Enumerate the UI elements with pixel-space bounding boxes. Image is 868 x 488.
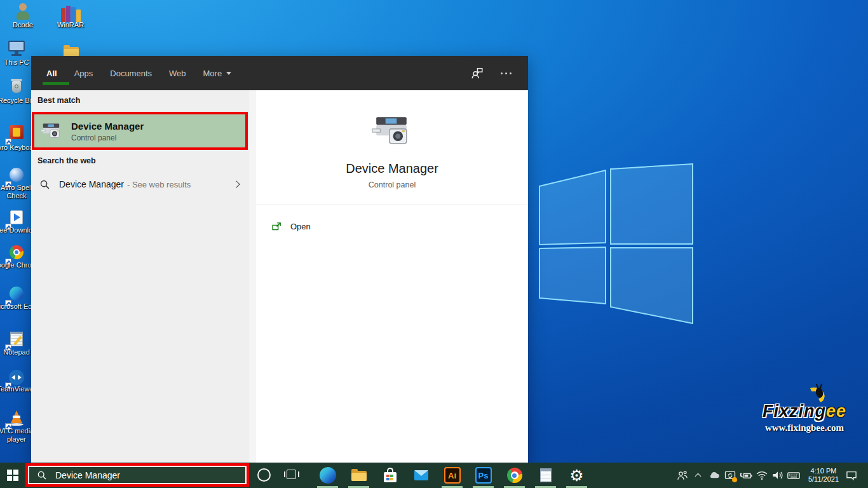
touch-keyboard-icon[interactable] xyxy=(785,463,801,488)
chrome-icon xyxy=(506,467,523,484)
web-result-row[interactable]: Device Manager - See web results xyxy=(31,172,249,197)
taskbar-clock[interactable]: 4:10 PM 5/11/2021 xyxy=(804,467,843,484)
preview-divider xyxy=(256,205,528,205)
clock-time: 4:10 PM xyxy=(804,467,843,476)
edge-icon xyxy=(320,467,336,484)
fixingbee-watermark: Fixzingee www.fixingbee.com xyxy=(749,400,860,433)
start-button[interactable] xyxy=(0,463,25,488)
tab-web-label: Web xyxy=(169,69,186,78)
best-match-title: Device Manager xyxy=(71,120,144,132)
fixingbee-logo: Fixzingee xyxy=(749,400,860,422)
this-pc-icon[interactable] xyxy=(6,38,27,58)
preview-subtitle: Control panel xyxy=(369,180,416,189)
taskbar-app-notepad[interactable] xyxy=(530,463,561,488)
best-match-subtitle: Control panel xyxy=(71,133,144,142)
brand-text-yellow: ee xyxy=(826,402,846,421)
taskbar-app-photoshop[interactable]: Ps xyxy=(468,463,499,488)
search-input-value: Device Manager xyxy=(55,470,120,480)
notification-dot xyxy=(732,477,737,482)
wifi-icon[interactable] xyxy=(754,463,770,488)
tab-documents[interactable]: Documents xyxy=(110,56,152,90)
watermark-url: www.fixingbee.com xyxy=(749,423,860,433)
open-launch-icon xyxy=(271,221,282,232)
cortana-button[interactable] xyxy=(257,468,271,482)
search-panel-header: All Apps Documents Web More xyxy=(31,56,528,90)
tab-more[interactable]: More xyxy=(203,56,232,90)
dcode-icon[interactable] xyxy=(13,2,33,22)
tab-all-label: All xyxy=(46,69,57,78)
search-results-list: Best match Dev xyxy=(31,90,249,463)
scrollbar-track[interactable] xyxy=(249,90,256,463)
taskbar: Device Manager Ai Ps xyxy=(0,463,868,488)
windows-logo-icon xyxy=(7,470,18,481)
taskbar-app-illustrator[interactable]: Ai xyxy=(437,463,468,488)
taskbar-app-store[interactable] xyxy=(374,463,405,488)
notepad-icon[interactable] xyxy=(6,329,27,349)
avro-keyboard-icon[interactable] xyxy=(6,123,27,144)
speaker-icon[interactable] xyxy=(770,463,785,488)
bee-icon xyxy=(811,385,830,403)
task-view-button[interactable] xyxy=(285,470,298,480)
brand-text-black: Fixzing xyxy=(763,402,826,421)
desktop[interactable]: Dcode WinRAR This PC Recycle Bin Avro Ke… xyxy=(0,0,868,488)
open-label: Open xyxy=(290,222,311,231)
web-result-query: Device Manager xyxy=(59,179,124,189)
chevron-down-icon xyxy=(226,72,231,78)
search-the-web-header: Search the web xyxy=(37,156,96,165)
winrar-label: WinRAR xyxy=(46,21,95,29)
mail-icon xyxy=(413,467,430,484)
recycle-bin-icon[interactable] xyxy=(6,76,27,97)
tab-apps-label: Apps xyxy=(74,69,93,78)
result-preview-pane: Device Manager Control panel Open xyxy=(256,90,528,463)
taskbar-app-settings[interactable] xyxy=(561,463,592,488)
best-match-header: Best match xyxy=(37,96,80,105)
best-match-result[interactable]: Device Manager Control panel xyxy=(71,120,144,142)
device-manager-result-icon xyxy=(40,121,63,141)
taskbar-app-file-explorer[interactable] xyxy=(343,463,374,488)
start-search-panel: All Apps Documents Web More Best match xyxy=(31,56,528,463)
search-icon xyxy=(39,179,50,190)
annotation-box-best-match: Device Manager Control panel xyxy=(32,112,248,150)
gear-icon xyxy=(569,467,583,484)
chevron-up-icon[interactable] xyxy=(690,463,706,488)
file-explorer-icon xyxy=(351,467,367,484)
taskbar-app-edge[interactable] xyxy=(312,463,343,488)
photoshop-icon: Ps xyxy=(475,467,492,484)
tab-apps[interactable]: Apps xyxy=(74,56,93,90)
taskbar-search-box annotation-box-search[interactable]: Device Manager xyxy=(25,463,249,487)
dcode-label: Dcode xyxy=(0,21,48,29)
feedback-user-icon[interactable] xyxy=(470,66,484,80)
open-action[interactable]: Open xyxy=(256,221,528,232)
tab-documents-label: Documents xyxy=(110,69,152,78)
taskbar-app-chrome[interactable] xyxy=(499,463,530,488)
microsoft-store-icon xyxy=(382,467,398,484)
tab-all[interactable]: All xyxy=(46,56,57,90)
power-battery-icon[interactable] xyxy=(738,463,754,488)
more-options-icon[interactable] xyxy=(501,72,512,74)
device-manager-preview-icon xyxy=(370,112,414,150)
illustrator-icon: Ai xyxy=(444,467,461,484)
onedrive-cloud-icon[interactable] xyxy=(706,463,722,488)
sync-display-icon[interactable] xyxy=(722,463,738,488)
taskbar-app-mail[interactable] xyxy=(405,463,437,488)
vlc-icon[interactable] xyxy=(6,408,27,428)
tab-web[interactable]: Web xyxy=(169,56,186,90)
search-icon xyxy=(37,470,47,480)
action-center-icon[interactable] xyxy=(843,463,859,488)
people-icon[interactable] xyxy=(674,463,690,488)
tab-more-label: More xyxy=(203,69,222,78)
clock-date: 5/11/2021 xyxy=(804,475,843,484)
web-result-note: - See web results xyxy=(127,180,191,189)
active-tab-underline xyxy=(43,82,69,85)
preview-title: Device Manager xyxy=(346,161,438,176)
chevron-right-icon xyxy=(233,180,240,187)
winrar-icon[interactable] xyxy=(60,2,81,22)
notepad-taskbar-icon xyxy=(538,467,554,484)
